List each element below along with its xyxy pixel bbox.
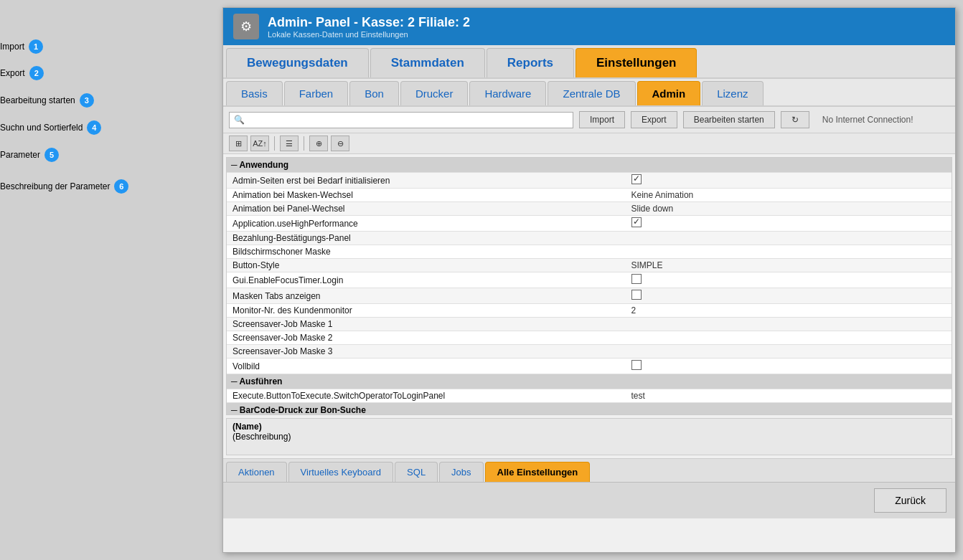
no-internet-label: No Internet Connection! xyxy=(822,115,913,125)
param-name: Bezahlung-Bestätigungs-Panel xyxy=(227,232,626,245)
table-row[interactable]: Bezahlung-Bestätigungs-Panel xyxy=(227,232,952,245)
annotation-4: Suchn und Sortierfeld 4 xyxy=(0,120,101,135)
tab-bewegungsdaten[interactable]: Bewegungsdaten xyxy=(226,48,369,77)
parameters-table[interactable]: ─ AnwendungAdmin-Seiten erst bei Bedarf … xyxy=(226,157,952,415)
annotation-3: Bearbeitung starten 3 xyxy=(0,93,94,108)
param-value: Keine Animation xyxy=(631,190,694,200)
table-row[interactable]: Execute.ButtonToExecute.SwitchOperatorTo… xyxy=(227,389,952,403)
sub-tabs: Basis Farben Bon Drucker Hardware Zentra… xyxy=(223,79,955,107)
annotation-badge-1: 1 xyxy=(29,39,43,54)
checkbox-checked[interactable] xyxy=(631,217,642,227)
param-value: test xyxy=(631,391,645,401)
param-value-cell xyxy=(626,331,952,345)
table-row[interactable]: Animation bei Masken-WechselKeine Animat… xyxy=(227,189,952,202)
export-button[interactable]: Export xyxy=(631,111,677,128)
table-row[interactable]: Masken Tabs anzeigen xyxy=(227,288,952,304)
refresh-button[interactable]: ↻ xyxy=(781,111,809,128)
icon-toolbar: ⊞ AZ↑ ☰ ⊕ ⊖ xyxy=(223,133,955,154)
param-value-cell xyxy=(626,232,952,245)
table-row[interactable]: Monitor-Nr. des Kundenmonitor2 xyxy=(227,304,952,318)
gear-icon: ⚙ xyxy=(233,14,259,39)
annotation-5: Parameter 5 xyxy=(0,148,59,162)
checkbox-checked[interactable] xyxy=(631,174,642,184)
subtab-drucker[interactable]: Drucker xyxy=(400,81,469,105)
annotation-badge-5: 5 xyxy=(44,148,59,162)
tab-reports[interactable]: Reports xyxy=(487,48,574,77)
param-value-cell xyxy=(626,245,952,259)
btab-sql[interactable]: SQL xyxy=(395,462,438,482)
table-row[interactable]: Application.useHighPerformance xyxy=(227,216,952,232)
param-value-cell: test xyxy=(626,389,952,403)
checkbox-unchecked[interactable] xyxy=(631,360,642,370)
annotation-1: Import 1 xyxy=(0,39,43,54)
table-row[interactable]: Admin-Seiten erst bei Bedarf initialisie… xyxy=(227,173,952,189)
sort-az-icon-btn[interactable]: AZ↑ xyxy=(250,136,269,151)
subtab-lizenz[interactable]: Lizenz xyxy=(702,81,763,105)
collapse-icon-btn[interactable]: ⊖ xyxy=(331,136,349,151)
section-header: ─ Ausführen xyxy=(227,374,952,389)
table-row[interactable]: Screensaver-Job Maske 3 xyxy=(227,345,952,359)
param-name: Admin-Seiten erst bei Bedarf initialisie… xyxy=(227,173,626,189)
param-value: SIMPLE xyxy=(631,260,663,270)
zurueck-button[interactable]: Zurück xyxy=(874,488,946,513)
toolbar-area: 🔍 Import Export Bearbeiten starten ↻ No … xyxy=(223,107,955,133)
list-icon-btn[interactable]: ☰ xyxy=(280,136,299,151)
annotation-label-6: Beschreibung der Parameter xyxy=(0,181,110,191)
import-button[interactable]: Import xyxy=(579,111,625,128)
annotation-badge-4: 4 xyxy=(87,120,101,135)
subtab-zentrale-db[interactable]: Zentrale DB xyxy=(548,81,635,105)
btab-virtuelles-keyboard[interactable]: Virtuelles Keyboard xyxy=(288,462,394,482)
param-name: Application.useHighPerformance xyxy=(227,216,626,232)
annotation-label-1: Import xyxy=(0,42,24,52)
panel-subtitle: Lokale Kassen-Daten und Einstellungen xyxy=(268,30,470,39)
param-name: Button-Style xyxy=(227,259,626,272)
bearbeiten-button[interactable]: Bearbeiten starten xyxy=(683,111,775,128)
param-name: Masken Tabs anzeigen xyxy=(227,288,626,304)
annotation-label-5: Parameter xyxy=(0,150,40,160)
param-value-cell: 2 xyxy=(626,304,952,318)
search-input[interactable] xyxy=(248,115,568,125)
tab-stammdaten[interactable]: Stammdaten xyxy=(370,48,485,77)
table-row[interactable]: Gui.EnableFocusTimer.Login xyxy=(227,272,952,288)
subtab-basis[interactable]: Basis xyxy=(226,81,283,105)
table-row[interactable]: Button-StyleSIMPLE xyxy=(227,259,952,272)
search-box: 🔍 xyxy=(229,112,573,128)
tab-einstellungen[interactable]: Einstellungen xyxy=(576,48,697,77)
param-value-cell: SIMPLE xyxy=(626,259,952,272)
panel-title: Admin- Panel - Kasse: 2 Filiale: 2 xyxy=(268,15,470,30)
subtab-hardware[interactable]: Hardware xyxy=(469,81,546,105)
bottom-tabs: Aktionen Virtuelles Keyboard SQL Jobs Al… xyxy=(223,458,955,482)
param-name: Bildschirmschoner Maske xyxy=(227,245,626,259)
param-name: Execute.ButtonToExecute.SwitchOperatorTo… xyxy=(227,389,626,403)
annotation-label-2: Export xyxy=(0,68,25,78)
param-value: Slide down xyxy=(631,204,674,214)
table-row[interactable]: Screensaver-Job Maske 2 xyxy=(227,331,952,345)
checkbox-unchecked[interactable] xyxy=(631,274,642,284)
table-row[interactable]: Bildschirmschoner Maske xyxy=(227,245,952,259)
title-bar: ⚙ Admin- Panel - Kasse: 2 Filiale: 2 Lok… xyxy=(223,8,955,45)
table-row[interactable]: Animation bei Panel-WechselSlide down xyxy=(227,202,952,216)
annotation-badge-3: 3 xyxy=(80,93,94,108)
param-name: Screensaver-Job Maske 2 xyxy=(227,331,626,345)
table-row[interactable]: Vollbild xyxy=(227,359,952,374)
subtab-admin[interactable]: Admin xyxy=(637,81,701,105)
param-name: Animation bei Panel-Wechsel xyxy=(227,202,626,216)
param-desc-label: (Beschreibung) xyxy=(232,432,946,442)
grid-icon-btn[interactable]: ⊞ xyxy=(229,136,248,151)
expand-icon-btn[interactable]: ⊕ xyxy=(309,136,328,151)
title-text: Admin- Panel - Kasse: 2 Filiale: 2 Lokal… xyxy=(268,15,470,39)
annotation-2: Export 2 xyxy=(0,66,44,80)
btab-aktionen[interactable]: Aktionen xyxy=(226,462,287,482)
param-name: Gui.EnableFocusTimer.Login xyxy=(227,272,626,288)
param-name: Screensaver-Job Maske 1 xyxy=(227,318,626,331)
param-value-cell xyxy=(626,173,952,189)
checkbox-unchecked[interactable] xyxy=(631,290,642,300)
annotation-label-3: Bearbeitung starten xyxy=(0,95,75,105)
annotation-label-4: Suchn und Sortierfeld xyxy=(0,123,83,133)
section-header: ─ Anwendung xyxy=(227,158,952,173)
btab-alle-einstellungen[interactable]: Alle Einstellungen xyxy=(485,462,591,482)
subtab-bon[interactable]: Bon xyxy=(349,81,399,105)
table-row[interactable]: Screensaver-Job Maske 1 xyxy=(227,318,952,331)
subtab-farben[interactable]: Farben xyxy=(284,81,349,105)
btab-jobs[interactable]: Jobs xyxy=(439,462,483,482)
